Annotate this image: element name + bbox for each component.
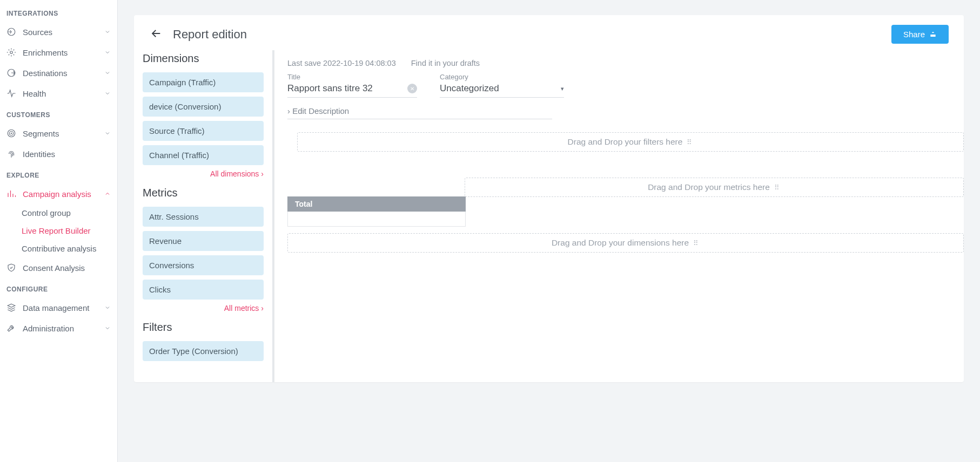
page-title: Report edition — [173, 28, 247, 42]
layers-icon — [6, 303, 16, 312]
chevron-up-icon — [104, 189, 111, 199]
sidebar-item-data-management[interactable]: Data management — [0, 297, 117, 318]
sidebar-item-label: Sources — [23, 28, 52, 37]
all-dimensions-link[interactable]: All dimensions› — [143, 169, 264, 178]
sidebar-item-label: Segments — [23, 129, 59, 138]
chevron-right-icon: › — [261, 304, 264, 312]
sidebar-item-label: Enrichments — [23, 48, 68, 57]
category-select[interactable]: Uncategorized ▾ — [440, 82, 564, 98]
dimensions-dropzone-label: Drag and Drop your dimensions here — [552, 238, 689, 248]
share-button-label: Share — [903, 30, 925, 39]
dimension-chip[interactable]: device (Conversion) — [143, 97, 264, 117]
edit-description-toggle[interactable]: Edit Description — [287, 103, 552, 119]
sidebar-item-health[interactable]: Health — [0, 83, 117, 104]
sidebar-item-label: Destinations — [23, 69, 68, 78]
sidebar-item-campaign-analysis[interactable]: Campaign analysis — [0, 184, 117, 204]
filter-chip[interactable]: Order Type (Conversion) — [143, 341, 264, 361]
report-card: Report edition Share Dimensions Campaign… — [134, 15, 964, 382]
wrench-icon — [6, 323, 16, 333]
report-editor: Last save 2022-10-19 04:08:03 Find it in… — [274, 50, 964, 382]
dimensions-title: Dimensions — [143, 52, 264, 65]
chevron-down-icon — [104, 303, 111, 312]
filters-title: Filters — [143, 321, 264, 334]
shield-icon — [6, 263, 16, 273]
chevron-down-icon — [104, 48, 111, 57]
login-icon — [6, 27, 16, 37]
sidebar-item-label: Administration — [23, 324, 74, 333]
dimension-chip[interactable]: Campaign (Traffic) — [143, 72, 264, 92]
title-input[interactable] — [287, 83, 402, 94]
grip-icon: ⠿ — [693, 239, 700, 247]
activity-icon — [6, 89, 16, 98]
chevron-down-icon — [104, 69, 111, 78]
sidebar-section-integrations: INTEGRATIONS — [0, 2, 117, 22]
metrics-dropzone-label: Drag and Drop your metrics here — [648, 182, 770, 192]
sidebar-sub-contributive-analysis[interactable]: Contributive analysis — [0, 240, 117, 257]
back-button[interactable] — [149, 28, 163, 42]
metric-chip[interactable]: Clicks — [143, 280, 264, 300]
total-header: Total — [287, 196, 466, 212]
main-area: Report edition Share Dimensions Campaign… — [118, 0, 980, 462]
sidebar-item-enrichments[interactable]: Enrichments — [0, 42, 117, 63]
target-icon — [6, 128, 16, 138]
svg-point-4 — [9, 131, 14, 135]
chevron-down-icon — [104, 89, 111, 98]
total-label: Total — [295, 200, 312, 208]
total-placeholder-row — [287, 212, 466, 227]
sidebar-item-segments[interactable]: Segments — [0, 123, 117, 144]
metric-chip[interactable]: Revenue — [143, 231, 264, 251]
bar-chart-icon — [6, 189, 16, 199]
share-icon — [929, 31, 937, 38]
sidebar-sub-control-group[interactable]: Control group — [0, 204, 117, 222]
svg-point-5 — [11, 133, 12, 134]
chevron-down-icon — [104, 129, 111, 138]
sidebar-section-customers: CUSTOMERS — [0, 104, 117, 123]
sidebar: INTEGRATIONS Sources Enrichments Destina… — [0, 0, 118, 462]
metrics-title: Metrics — [143, 187, 264, 199]
sidebar-item-sources[interactable]: Sources — [0, 22, 117, 42]
sidebar-item-consent-analysis[interactable]: Consent Analysis — [0, 257, 117, 278]
gear-icon — [6, 47, 16, 57]
metric-chip[interactable]: Attr. Sessions — [143, 207, 264, 227]
sidebar-item-label: Identities — [23, 150, 55, 159]
fingerprint-icon — [6, 149, 16, 159]
sidebar-item-label: Data management — [23, 303, 89, 312]
clear-title-button[interactable] — [407, 84, 417, 93]
sidebar-section-explore: EXPLORE — [0, 164, 117, 184]
chevron-down-icon — [104, 28, 111, 37]
sidebar-item-identities[interactable]: Identities — [0, 144, 117, 164]
filters-dropzone[interactable]: Drag and Drop your filters here ⠿ — [297, 132, 964, 152]
filters-dropzone-label: Drag and Drop your filters here — [568, 137, 683, 147]
category-value: Uncategorized — [440, 83, 499, 94]
sidebar-item-label: Campaign analysis — [23, 189, 91, 199]
dimension-chip[interactable]: Channel (Traffic) — [143, 145, 264, 165]
grip-icon: ⠿ — [687, 138, 693, 146]
metric-chip[interactable]: Conversions — [143, 255, 264, 275]
caret-down-icon: ▾ — [561, 85, 564, 92]
sidebar-item-label: Consent Analysis — [23, 263, 85, 273]
share-button[interactable]: Share — [891, 25, 949, 44]
grip-icon: ⠿ — [774, 184, 781, 192]
dimension-chip[interactable]: Source (Traffic) — [143, 121, 264, 141]
sidebar-sub-live-report-builder[interactable]: Live Report Builder — [0, 222, 117, 240]
all-metrics-link[interactable]: All metrics› — [143, 304, 264, 312]
metrics-dropzone[interactable]: Drag and Drop your metrics here ⠿ — [465, 178, 964, 197]
fields-panel: Dimensions Campaign (Traffic) device (Co… — [134, 50, 274, 382]
svg-point-3 — [8, 130, 15, 137]
dimensions-dropzone[interactable]: Drag and Drop your dimensions here ⠿ — [287, 233, 964, 253]
logout-icon — [6, 68, 16, 78]
sidebar-section-configure: CONFIGURE — [0, 278, 117, 297]
find-in-drafts-link[interactable]: Find it in your drafts — [411, 59, 480, 67]
category-label: Category — [440, 73, 564, 81]
last-save-text: Last save 2022-10-19 04:08:03 — [287, 59, 396, 67]
sidebar-item-label: Health — [23, 89, 46, 98]
sidebar-item-destinations[interactable]: Destinations — [0, 63, 117, 83]
sidebar-item-administration[interactable]: Administration — [0, 318, 117, 338]
meta-row: Last save 2022-10-19 04:08:03 Find it in… — [287, 59, 964, 67]
svg-point-1 — [10, 51, 13, 54]
chevron-down-icon — [104, 324, 111, 333]
chevron-right-icon: › — [261, 169, 264, 178]
title-label: Title — [287, 73, 417, 81]
card-header: Report edition Share — [134, 15, 964, 50]
